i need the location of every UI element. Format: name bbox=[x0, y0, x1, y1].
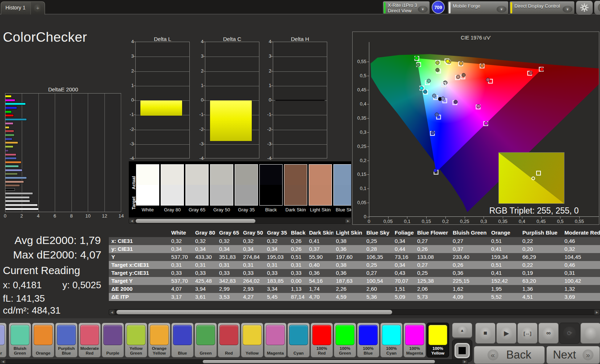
column-header-light-skin: Light Skin bbox=[333, 228, 364, 237]
patch-button-blue-flower[interactable]: Blue Flower bbox=[0, 323, 7, 357]
patch-button-100-red[interactable]: 100% Red bbox=[311, 323, 333, 357]
patch-color-chip bbox=[336, 325, 354, 345]
add-tab-button[interactable]: + bbox=[30, 2, 45, 15]
scroll-thumb[interactable] bbox=[203, 360, 435, 363]
patch-button-cyan[interactable]: Cyan bbox=[287, 323, 310, 357]
scroll-right-arrow[interactable]: ▶ bbox=[462, 360, 468, 364]
delta-axis-label: 1 bbox=[263, 83, 271, 88]
meter-dropdown[interactable]: X-Rite i1Pro 3Direct View ▼ bbox=[383, 1, 430, 15]
swatch-target bbox=[161, 185, 184, 205]
cie-x-tick bbox=[426, 217, 427, 219]
delta-gridline bbox=[205, 71, 259, 72]
cell-e-2000-orange: 1,95 bbox=[489, 285, 520, 293]
cell-x-cie31-blue-flower: 0,27 bbox=[415, 237, 450, 245]
column-header-gray-35: Gray 35 bbox=[264, 228, 288, 237]
cell-y-cie31-gray-50: 0,34 bbox=[241, 245, 264, 253]
record-button[interactable] bbox=[580, 323, 600, 344]
deltae-bar-100-cyan bbox=[5, 103, 26, 105]
cell-e-2000-gray-35: 3,34 bbox=[264, 285, 288, 293]
deltae-bar-100-blue bbox=[5, 107, 17, 109]
delta-axis-tick bbox=[203, 42, 205, 42]
scroll-right-arrow[interactable]: ▶ bbox=[345, 219, 351, 223]
delta-axis-label: 0 bbox=[195, 97, 204, 103]
cell-e-2000-blue-flower: 2,06 bbox=[415, 285, 450, 293]
display-control-dropdown[interactable]: Direct Display Control ▼ bbox=[509, 1, 575, 15]
previous-layout-button[interactable]: ◀ bbox=[594, 1, 600, 15]
pattern-window-button[interactable] bbox=[452, 339, 472, 362]
scroll-left-arrow[interactable]: ◀ bbox=[109, 310, 115, 315]
row-label: Target Y bbox=[109, 277, 169, 285]
refresh-button[interactable]: ⟳ bbox=[559, 323, 580, 344]
deltae-bar-100-magenta bbox=[5, 99, 15, 102]
cie-x-tick-label: 0,4 bbox=[514, 219, 530, 224]
patch-button-purple[interactable]: Purple bbox=[102, 323, 124, 357]
patch-button-100-green[interactable]: 100% Green bbox=[334, 323, 356, 357]
back-button[interactable]: « Back bbox=[474, 346, 545, 364]
next-chevron-icon: » bbox=[583, 349, 593, 360]
patch-button-purplish-blue[interactable]: Purplish Blue bbox=[55, 323, 78, 357]
patch-button-orange[interactable]: Orange bbox=[32, 323, 54, 357]
pattern-size-button[interactable]: [↔] bbox=[517, 323, 538, 344]
patch-button-red[interactable]: Red bbox=[218, 323, 240, 357]
patch-button-yellow[interactable]: Yellow bbox=[241, 323, 263, 357]
luminance-fl-readout: fL: 141,35 bbox=[3, 293, 45, 304]
delta-axis-tick bbox=[271, 100, 273, 100]
patch-label: Bluish Green bbox=[11, 346, 29, 356]
patch-button-100-cyan[interactable]: 100% Cyan bbox=[380, 323, 403, 357]
patch-button-bluish-green[interactable]: Bluish Green bbox=[9, 323, 31, 357]
scroll-thumb[interactable] bbox=[136, 219, 255, 223]
swatch-gray-65 bbox=[185, 164, 209, 206]
delta-c-chart bbox=[205, 42, 259, 158]
cell-y-dark-skin: 55,90 bbox=[307, 253, 333, 261]
delta-gridline bbox=[273, 144, 327, 145]
deltae-bar-orange bbox=[5, 161, 21, 164]
scroll-right-arrow[interactable]: ▶ bbox=[594, 310, 600, 315]
collapse-toolbar-button[interactable]: ▲ bbox=[452, 323, 472, 338]
delta-axis-tick bbox=[203, 129, 205, 130]
patch-button-blue[interactable]: Blue bbox=[171, 323, 194, 357]
patch-button-yellow-green[interactable]: Yellow Green bbox=[125, 323, 147, 357]
delta-axis-label: -3 bbox=[263, 141, 271, 146]
play-button[interactable]: ▶ bbox=[496, 323, 517, 344]
patch-button-100-magenta[interactable]: 100% Magenta bbox=[403, 323, 426, 357]
pattern-source-dropdown[interactable]: Mobile Forge ▼ bbox=[448, 1, 509, 15]
top-bar: History 1 + X-Rite i1Pro 3Direct View ▼ … bbox=[0, 0, 600, 15]
stop-button[interactable]: ■ bbox=[475, 323, 496, 344]
cell-e-2000-foliage: 1,51 bbox=[392, 285, 415, 293]
scroll-thumb[interactable] bbox=[116, 310, 392, 314]
column-header-bluish-green: Bluish Green bbox=[450, 228, 489, 237]
delta-axis-tick bbox=[133, 100, 135, 100]
colorspace-709-badge[interactable]: 709 bbox=[432, 1, 445, 14]
patch-button-green[interactable]: Green bbox=[194, 323, 217, 357]
pattern-toolbar: ▲ « Back Next » Blue FlowerBluish GreenO… bbox=[0, 318, 600, 364]
scroll-left-arrow[interactable]: ◀ bbox=[0, 360, 6, 364]
swatch-target bbox=[210, 185, 233, 205]
settings-button[interactable] bbox=[576, 1, 593, 15]
scroll-left-arrow[interactable]: ◀ bbox=[129, 219, 135, 223]
cie-y-tick-label: 0,3 bbox=[354, 129, 366, 135]
table-scrollbar[interactable]: ◀▶ bbox=[109, 309, 600, 315]
cie-measured-blue bbox=[431, 131, 435, 135]
tab-history-1[interactable]: History 1 + bbox=[1, 1, 45, 15]
patch-button-moderate-red[interactable]: Moderate Red bbox=[78, 323, 101, 357]
chevron-down-icon[interactable]: ▼ bbox=[497, 6, 506, 13]
chevron-down-icon[interactable]: ▼ bbox=[563, 6, 572, 13]
cie-x-tick-label: 0,1 bbox=[399, 219, 415, 224]
next-button[interactable]: Next » bbox=[546, 346, 600, 364]
patch-button-orange-yellow[interactable]: Orange Yellow bbox=[148, 323, 170, 357]
swatch-strip-scrollbar[interactable]: ◀▶ bbox=[129, 218, 351, 224]
patch-button-magenta[interactable]: Magenta bbox=[264, 323, 287, 357]
delta-axis-label: 2 bbox=[125, 68, 134, 74]
toolbar-scrollbar[interactable]: ◀▶ bbox=[0, 359, 468, 364]
chevron-down-icon[interactable]: ▼ bbox=[418, 6, 428, 13]
patch-button-100-blue[interactable]: 100% Blue bbox=[357, 323, 379, 357]
cell-y-gray-65: 351,83 bbox=[217, 253, 241, 261]
column-header-moderate-red: Moderate Red bbox=[562, 228, 600, 237]
patch-label: 100% Cyan bbox=[382, 346, 401, 356]
loop-button[interactable]: ∞ bbox=[538, 323, 559, 344]
patch-button-100-yellow[interactable]: 100% Yellow bbox=[427, 323, 449, 357]
cell-target-x-cie31-dark-skin: 0,40 bbox=[307, 261, 333, 269]
patch-label: Purple bbox=[103, 346, 122, 356]
cell-target-x-cie31-white: 0,31 bbox=[169, 261, 193, 269]
swatch-label: Blue Sky bbox=[333, 207, 351, 212]
